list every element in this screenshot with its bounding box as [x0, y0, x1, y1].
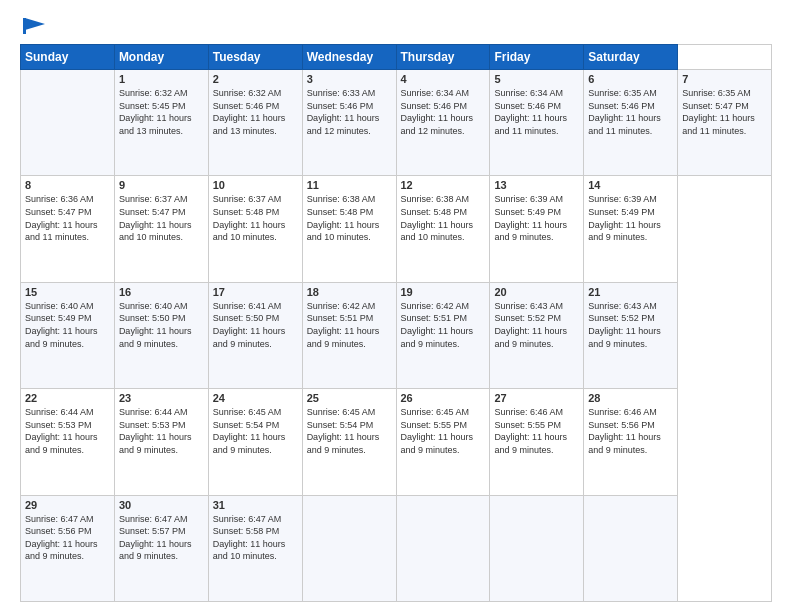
calendar-cell	[21, 70, 115, 176]
calendar-cell: 19Sunrise: 6:42 AM Sunset: 5:51 PM Dayli…	[396, 282, 490, 388]
day-info: Sunrise: 6:39 AM Sunset: 5:49 PM Dayligh…	[494, 193, 579, 243]
day-number: 18	[307, 286, 392, 298]
day-header-saturday: Saturday	[584, 45, 678, 70]
calendar-cell: 31Sunrise: 6:47 AM Sunset: 5:58 PM Dayli…	[208, 495, 302, 601]
day-number: 28	[588, 392, 673, 404]
day-info: Sunrise: 6:33 AM Sunset: 5:46 PM Dayligh…	[307, 87, 392, 137]
calendar-cell: 1Sunrise: 6:32 AM Sunset: 5:45 PM Daylig…	[114, 70, 208, 176]
day-info: Sunrise: 6:41 AM Sunset: 5:50 PM Dayligh…	[213, 300, 298, 350]
calendar-cell	[396, 495, 490, 601]
day-info: Sunrise: 6:43 AM Sunset: 5:52 PM Dayligh…	[494, 300, 579, 350]
logo	[20, 16, 45, 34]
day-number: 27	[494, 392, 579, 404]
calendar-cell: 11Sunrise: 6:38 AM Sunset: 5:48 PM Dayli…	[302, 176, 396, 282]
day-header-monday: Monday	[114, 45, 208, 70]
calendar-cell: 6Sunrise: 6:35 AM Sunset: 5:46 PM Daylig…	[584, 70, 678, 176]
day-number: 20	[494, 286, 579, 298]
day-info: Sunrise: 6:40 AM Sunset: 5:50 PM Dayligh…	[119, 300, 204, 350]
day-info: Sunrise: 6:42 AM Sunset: 5:51 PM Dayligh…	[307, 300, 392, 350]
calendar-cell: 12Sunrise: 6:38 AM Sunset: 5:48 PM Dayli…	[396, 176, 490, 282]
day-number: 19	[401, 286, 486, 298]
day-number: 10	[213, 179, 298, 191]
day-number: 24	[213, 392, 298, 404]
calendar-cell: 27Sunrise: 6:46 AM Sunset: 5:55 PM Dayli…	[490, 389, 584, 495]
day-number: 22	[25, 392, 110, 404]
day-info: Sunrise: 6:39 AM Sunset: 5:49 PM Dayligh…	[588, 193, 673, 243]
day-info: Sunrise: 6:32 AM Sunset: 5:45 PM Dayligh…	[119, 87, 204, 137]
day-number: 25	[307, 392, 392, 404]
day-number: 17	[213, 286, 298, 298]
day-number: 16	[119, 286, 204, 298]
calendar-cell: 16Sunrise: 6:40 AM Sunset: 5:50 PM Dayli…	[114, 282, 208, 388]
day-info: Sunrise: 6:43 AM Sunset: 5:52 PM Dayligh…	[588, 300, 673, 350]
calendar-cell: 22Sunrise: 6:44 AM Sunset: 5:53 PM Dayli…	[21, 389, 115, 495]
calendar-header-row: SundayMondayTuesdayWednesdayThursdayFrid…	[21, 45, 772, 70]
calendar-cell: 15Sunrise: 6:40 AM Sunset: 5:49 PM Dayli…	[21, 282, 115, 388]
calendar-week-3: 15Sunrise: 6:40 AM Sunset: 5:49 PM Dayli…	[21, 282, 772, 388]
day-number: 9	[119, 179, 204, 191]
day-number: 11	[307, 179, 392, 191]
day-number: 29	[25, 499, 110, 511]
calendar-week-5: 29Sunrise: 6:47 AM Sunset: 5:56 PM Dayli…	[21, 495, 772, 601]
calendar-cell	[584, 495, 678, 601]
day-number: 8	[25, 179, 110, 191]
svg-rect-1	[23, 18, 26, 34]
calendar-cell: 4Sunrise: 6:34 AM Sunset: 5:46 PM Daylig…	[396, 70, 490, 176]
day-number: 1	[119, 73, 204, 85]
calendar-cell: 18Sunrise: 6:42 AM Sunset: 5:51 PM Dayli…	[302, 282, 396, 388]
day-info: Sunrise: 6:46 AM Sunset: 5:55 PM Dayligh…	[494, 406, 579, 456]
day-number: 13	[494, 179, 579, 191]
svg-marker-0	[25, 18, 45, 30]
day-header-tuesday: Tuesday	[208, 45, 302, 70]
day-info: Sunrise: 6:37 AM Sunset: 5:48 PM Dayligh…	[213, 193, 298, 243]
day-number: 7	[682, 73, 767, 85]
day-info: Sunrise: 6:40 AM Sunset: 5:49 PM Dayligh…	[25, 300, 110, 350]
day-number: 4	[401, 73, 486, 85]
calendar-table: SundayMondayTuesdayWednesdayThursdayFrid…	[20, 44, 772, 602]
calendar-cell: 7Sunrise: 6:35 AM Sunset: 5:47 PM Daylig…	[678, 70, 772, 176]
day-info: Sunrise: 6:44 AM Sunset: 5:53 PM Dayligh…	[119, 406, 204, 456]
day-number: 14	[588, 179, 673, 191]
day-info: Sunrise: 6:44 AM Sunset: 5:53 PM Dayligh…	[25, 406, 110, 456]
day-info: Sunrise: 6:36 AM Sunset: 5:47 PM Dayligh…	[25, 193, 110, 243]
page: SundayMondayTuesdayWednesdayThursdayFrid…	[0, 0, 792, 612]
calendar-cell: 10Sunrise: 6:37 AM Sunset: 5:48 PM Dayli…	[208, 176, 302, 282]
day-number: 23	[119, 392, 204, 404]
calendar-cell: 17Sunrise: 6:41 AM Sunset: 5:50 PM Dayli…	[208, 282, 302, 388]
day-header-thursday: Thursday	[396, 45, 490, 70]
calendar-cell: 5Sunrise: 6:34 AM Sunset: 5:46 PM Daylig…	[490, 70, 584, 176]
day-info: Sunrise: 6:42 AM Sunset: 5:51 PM Dayligh…	[401, 300, 486, 350]
calendar-cell: 25Sunrise: 6:45 AM Sunset: 5:54 PM Dayli…	[302, 389, 396, 495]
day-number: 21	[588, 286, 673, 298]
calendar-cell	[490, 495, 584, 601]
day-info: Sunrise: 6:32 AM Sunset: 5:46 PM Dayligh…	[213, 87, 298, 137]
calendar-cell: 29Sunrise: 6:47 AM Sunset: 5:56 PM Dayli…	[21, 495, 115, 601]
day-number: 3	[307, 73, 392, 85]
day-number: 5	[494, 73, 579, 85]
calendar-cell: 3Sunrise: 6:33 AM Sunset: 5:46 PM Daylig…	[302, 70, 396, 176]
calendar-cell: 9Sunrise: 6:37 AM Sunset: 5:47 PM Daylig…	[114, 176, 208, 282]
day-info: Sunrise: 6:46 AM Sunset: 5:56 PM Dayligh…	[588, 406, 673, 456]
calendar-cell: 13Sunrise: 6:39 AM Sunset: 5:49 PM Dayli…	[490, 176, 584, 282]
calendar-cell: 30Sunrise: 6:47 AM Sunset: 5:57 PM Dayli…	[114, 495, 208, 601]
day-info: Sunrise: 6:34 AM Sunset: 5:46 PM Dayligh…	[494, 87, 579, 137]
day-info: Sunrise: 6:45 AM Sunset: 5:54 PM Dayligh…	[213, 406, 298, 456]
calendar-cell: 26Sunrise: 6:45 AM Sunset: 5:55 PM Dayli…	[396, 389, 490, 495]
day-info: Sunrise: 6:35 AM Sunset: 5:46 PM Dayligh…	[588, 87, 673, 137]
calendar-cell: 14Sunrise: 6:39 AM Sunset: 5:49 PM Dayli…	[584, 176, 678, 282]
day-info: Sunrise: 6:35 AM Sunset: 5:47 PM Dayligh…	[682, 87, 767, 137]
header	[20, 16, 772, 34]
day-number: 15	[25, 286, 110, 298]
calendar-cell: 2Sunrise: 6:32 AM Sunset: 5:46 PM Daylig…	[208, 70, 302, 176]
day-info: Sunrise: 6:47 AM Sunset: 5:58 PM Dayligh…	[213, 513, 298, 563]
logo-flag-icon	[23, 18, 45, 34]
day-info: Sunrise: 6:38 AM Sunset: 5:48 PM Dayligh…	[307, 193, 392, 243]
day-info: Sunrise: 6:34 AM Sunset: 5:46 PM Dayligh…	[401, 87, 486, 137]
calendar-week-4: 22Sunrise: 6:44 AM Sunset: 5:53 PM Dayli…	[21, 389, 772, 495]
day-number: 6	[588, 73, 673, 85]
day-number: 30	[119, 499, 204, 511]
calendar-cell: 8Sunrise: 6:36 AM Sunset: 5:47 PM Daylig…	[21, 176, 115, 282]
calendar-cell: 20Sunrise: 6:43 AM Sunset: 5:52 PM Dayli…	[490, 282, 584, 388]
day-info: Sunrise: 6:37 AM Sunset: 5:47 PM Dayligh…	[119, 193, 204, 243]
day-info: Sunrise: 6:47 AM Sunset: 5:57 PM Dayligh…	[119, 513, 204, 563]
